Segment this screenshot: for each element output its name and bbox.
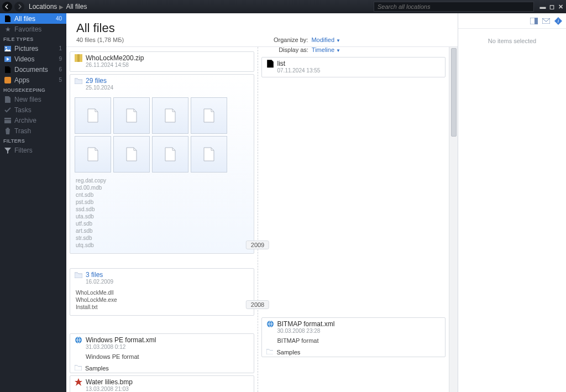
- sidebar-item-newfiles[interactable]: New files: [0, 94, 66, 104]
- mail-tool-icon[interactable]: [542, 17, 551, 25]
- sidebar-label: Documents: [14, 66, 48, 74]
- crumb-locations[interactable]: Locations: [29, 3, 57, 11]
- nav-back-button[interactable]: [2, 2, 12, 12]
- sidebar-badge: 40: [56, 15, 62, 22]
- sidebar-label: Archive: [14, 117, 36, 124]
- sidebar-label: Tasks: [14, 106, 32, 114]
- apps-icon: [4, 77, 11, 83]
- nav-forward-button[interactable]: [14, 2, 24, 12]
- scrollbar-thumb[interactable]: [451, 48, 457, 137]
- folder-icon: [75, 77, 82, 85]
- file-thumbnail[interactable]: [113, 97, 150, 134]
- card-title: Windows PE format.xml: [86, 336, 156, 344]
- picture-icon: [4, 45, 11, 52]
- timeline-card[interactable]: BITMAP format.xml 30.03.2008 23:28 BITMA…: [261, 317, 446, 357]
- newfile-icon: [4, 96, 11, 103]
- filter-icon: [4, 147, 11, 154]
- card-title[interactable]: 3 files: [86, 271, 103, 279]
- card-date: 13.03.2008 21:03: [70, 386, 254, 392]
- file-thumbnail[interactable]: [113, 136, 150, 173]
- sidebar-label: All files: [14, 15, 35, 23]
- folder-name[interactable]: Samples: [277, 349, 301, 356]
- timeline-card-group[interactable]: 29 files 25.10.2024 reg.dat.copybd.00.md…: [70, 74, 254, 254]
- sidebar-label: Pictures: [14, 45, 38, 53]
- folder-icon: [75, 364, 82, 372]
- sidebar-label: Trash: [14, 127, 31, 135]
- folder-name[interactable]: Samples: [85, 365, 109, 372]
- sidebar-item-filters[interactable]: Filters: [0, 145, 66, 155]
- scrollbar[interactable]: [449, 47, 458, 392]
- window-close-button[interactable]: ✕: [556, 3, 565, 11]
- sidebar-item-videos[interactable]: Videos 9: [0, 54, 66, 64]
- file-thumbnail[interactable]: [152, 136, 188, 173]
- timeline-card[interactable]: Water lilies.bmp 13.03.2008 21:03 Sample…: [70, 375, 254, 392]
- tasks-icon: [4, 107, 11, 113]
- page-title: All files: [76, 21, 448, 35]
- sidebar-item-trash[interactable]: Trash: [0, 126, 66, 136]
- card-date: 16.02.2009: [70, 279, 254, 288]
- sidebar-item-favorites[interactable]: ★ Favorites: [0, 24, 66, 34]
- xml-icon: [266, 320, 274, 328]
- breadcrumb[interactable]: Locations ▶ All files: [29, 3, 87, 11]
- card-title: list: [277, 60, 286, 67]
- file-thumbnail[interactable]: [191, 136, 227, 173]
- info-tool-icon[interactable]: i: [554, 17, 563, 25]
- search-input[interactable]: [374, 2, 534, 12]
- sidebar-badge: 9: [59, 56, 62, 62]
- zip-icon: [75, 54, 82, 62]
- timeline-card[interactable]: Windows PE format.xml 31.03.2008 0:12 Wi…: [70, 333, 254, 373]
- star-icon: ★: [4, 26, 11, 33]
- bmp-icon: [75, 378, 82, 386]
- sidebar-heading-filetypes: FILE TYPES: [0, 34, 66, 43]
- card-title: WhoLockMe200.zip: [86, 54, 144, 62]
- sidebar-label: Videos: [14, 55, 34, 63]
- sidebar-label: Filters: [14, 147, 33, 154]
- crumb-allfiles[interactable]: All files: [66, 3, 87, 11]
- file-icon: [266, 60, 274, 67]
- sidebar-item-archive[interactable]: Archive: [0, 115, 66, 126]
- timeline-card-group[interactable]: 3 files 16.02.2009 WhoLockMe.dllWhoLockM…: [70, 268, 254, 316]
- preview-tool-icon[interactable]: [530, 17, 538, 25]
- archive-icon: [4, 117, 11, 124]
- sidebar-label: New files: [14, 96, 41, 103]
- sidebar-badge: 1: [59, 45, 62, 51]
- file-list: WhoLockMe.dllWhoLockMe.exeInstall.txt: [70, 288, 254, 315]
- file-thumbnail[interactable]: [75, 136, 111, 173]
- sidebar-item-documents[interactable]: Documents 6: [0, 64, 66, 75]
- organize-dropdown[interactable]: Modified ▼: [311, 36, 340, 43]
- svg-rect-5: [4, 120, 11, 123]
- card-title: Water lilies.bmp: [86, 378, 133, 386]
- card-title: BITMAP format.xml: [277, 320, 335, 328]
- file-thumbnail[interactable]: [75, 97, 111, 134]
- year-pill: 2008: [246, 300, 269, 309]
- svg-rect-4: [4, 118, 11, 119]
- file-thumbnail[interactable]: [191, 97, 227, 134]
- card-text: Windows PE format: [70, 353, 254, 363]
- trash-icon: [4, 128, 11, 134]
- card-date: 30.03.2008 23:28: [262, 328, 446, 337]
- card-title[interactable]: 29 files: [86, 77, 107, 85]
- sidebar-badge: 6: [59, 66, 62, 72]
- year-pill: 2009: [246, 241, 269, 249]
- sidebar-badge: 5: [59, 77, 62, 83]
- timeline-card[interactable]: list 07.11.2024 13:55: [261, 57, 446, 77]
- svg-rect-3: [4, 77, 11, 83]
- card-date: 07.11.2024 13:55: [262, 67, 446, 77]
- sidebar-item-tasks[interactable]: Tasks: [0, 104, 66, 115]
- sidebar: All files 40 ★ Favorites FILE TYPES Pict…: [0, 13, 66, 392]
- sidebar-heading-filters: FILTERS: [0, 136, 66, 145]
- thumbnail-grid: [70, 94, 254, 176]
- sidebar-item-allfiles[interactable]: All files 40: [0, 13, 66, 24]
- sidebar-label: Favorites: [14, 25, 41, 33]
- sidebar-item-apps[interactable]: Apps 5: [0, 75, 66, 85]
- timeline-card[interactable]: WhoLockMe200.zip 26.11.2024 14:58: [70, 51, 254, 72]
- folder-icon: [75, 271, 82, 279]
- sidebar-heading-housekeeping: HOUSEKEEPING: [0, 85, 66, 94]
- window-maximize-button[interactable]: ◻: [547, 3, 556, 11]
- sidebar-item-pictures[interactable]: Pictures 1: [0, 43, 66, 54]
- organize-label: Organize by:: [274, 36, 308, 43]
- svg-point-1: [6, 46, 7, 48]
- file-thumbnail[interactable]: [152, 97, 188, 134]
- window-minimize-button[interactable]: ▬: [538, 3, 547, 11]
- card-date: 31.03.2008 0:12: [70, 344, 254, 353]
